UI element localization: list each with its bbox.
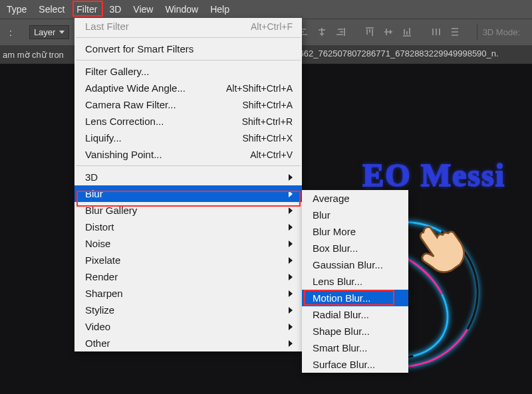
menu-help[interactable]: Help	[205, 1, 235, 17]
menuitem-label: Gaussian Blur...	[313, 259, 383, 270]
menuitem-smart-blur[interactable]: Smart Blur...	[302, 340, 408, 356]
menuitem-label: Surface Blur...	[313, 359, 375, 370]
menuitem-label: Render	[85, 271, 118, 282]
menu-3d[interactable]: 3D	[104, 1, 126, 17]
menuitem-vanishing-point[interactable]: Vanishing Point... Alt+Ctrl+V	[74, 146, 302, 163]
menuitem-label: Blur Gallery	[85, 205, 137, 216]
menuitem-last-filter[interactable]: Last Filter Alt+Ctrl+F	[74, 18, 302, 35]
distribute-group	[429, 25, 462, 39]
submenu-arrow-icon	[289, 207, 293, 214]
menu-view[interactable]: View	[128, 1, 158, 17]
menuitem-blur-gallery[interactable]: Blur Gallery	[74, 202, 302, 219]
align-bottom-icon[interactable]	[400, 25, 414, 39]
layer-dropdown[interactable]: Layer	[29, 25, 70, 39]
menu-filter[interactable]: Filter	[71, 1, 102, 17]
menuitem-label: Lens Blur...	[313, 276, 362, 287]
align-center-v-icon[interactable]	[381, 25, 396, 39]
menuitem-shortcut: Shift+Ctrl+R	[242, 116, 293, 127]
menuitem-lens-correction[interactable]: Lens Correction... Shift+Ctrl+R	[74, 113, 302, 130]
menubar: Type Select Filter 3D View Window Help	[0, 0, 532, 19]
menuitem-label: Blur	[85, 188, 103, 199]
menuitem-label: Liquify...	[85, 132, 122, 144]
align-center-h-icon[interactable]	[315, 25, 329, 39]
align-right-icon[interactable]	[333, 25, 348, 39]
menuitem-label: Box Blur...	[313, 243, 358, 254]
menuitem-blur[interactable]: Blur	[74, 185, 302, 202]
menuitem-motion-blur[interactable]: Motion Blur...	[302, 290, 408, 306]
menuitem-sharpen[interactable]: Sharpen	[74, 285, 302, 302]
submenu-arrow-icon	[289, 224, 293, 231]
menuitem-label: Adaptive Wide Angle...	[85, 82, 186, 94]
menu-window[interactable]: Window	[160, 1, 203, 17]
menuitem-label: Radial Blur...	[313, 309, 369, 320]
menuitem-box-blur[interactable]: Box Blur...	[302, 240, 408, 256]
submenu-arrow-icon	[289, 274, 293, 280]
submenu-arrow-icon	[289, 340, 293, 347]
distribute-h-icon[interactable]	[429, 25, 444, 39]
toolbar-divider	[477, 24, 477, 40]
align-group-1	[296, 25, 348, 39]
menuitem-camera-raw-filter[interactable]: Camera Raw Filter... Shift+Ctrl+A	[74, 96, 302, 113]
menuitem-lens-blur[interactable]: Lens Blur...	[302, 273, 408, 290]
submenu-arrow-icon	[289, 257, 293, 264]
menuitem-label: Other	[85, 338, 110, 349]
menuitem-noise[interactable]: Noise	[74, 235, 302, 252]
menuitem-label: Vanishing Point...	[85, 149, 162, 160]
align-group-2	[362, 25, 414, 39]
menu-type[interactable]: Type	[1, 1, 32, 17]
menu-select[interactable]: Select	[33, 1, 70, 17]
menuitem-label: Smart Blur...	[313, 342, 368, 353]
menuitem-shortcut: Shift+Ctrl+X	[243, 133, 293, 144]
chevron-down-icon	[59, 31, 65, 34]
submenu-arrow-icon	[289, 324, 293, 330]
menuitem-shape-blur[interactable]: Shape Blur...	[302, 323, 408, 340]
menuitem-3d[interactable]: 3D	[74, 169, 302, 185]
submenu-arrow-icon	[289, 174, 293, 181]
filter-dropdown: Last Filter Alt+Ctrl+F Convert for Smart…	[74, 18, 302, 351]
menuitem-surface-blur[interactable]: Surface Blur...	[302, 356, 408, 373]
menuitem-label: Convert for Smart Filters	[85, 43, 194, 54]
menuitem-shortcut: Alt+Ctrl+V	[250, 149, 293, 160]
menuitem-adaptive-wide-angle[interactable]: Adaptive Wide Angle... Alt+Shift+Ctrl+A	[74, 80, 302, 96]
submenu-arrow-icon	[289, 307, 293, 314]
menuitem-gaussian-blur[interactable]: Gaussian Blur...	[302, 256, 408, 273]
menuitem-convert-smart-filters[interactable]: Convert for Smart Filters	[74, 41, 302, 57]
menuitem-label: Motion Blur...	[313, 292, 371, 304]
menuitem-label: Last Filter	[85, 21, 129, 32]
menuitem-other[interactable]: Other	[74, 335, 302, 351]
menuitem-shortcut: Alt+Ctrl+F	[251, 21, 293, 32]
menuitem-label: Blur	[313, 209, 331, 221]
menuitem-label: Distort	[85, 221, 114, 233]
menuitem-label: Lens Correction...	[85, 116, 164, 127]
menuitem-label: Pixelate	[85, 254, 120, 266]
menuitem-label: Filter Gallery...	[85, 66, 149, 77]
align-top-icon[interactable]	[362, 25, 377, 39]
blur-submenu: Average Blur Blur More Box Blur... Gauss…	[302, 190, 408, 373]
menuitem-label: Blur More	[313, 226, 356, 237]
submenu-arrow-icon	[289, 290, 293, 297]
menu-separator	[76, 165, 301, 166]
tab-title-left[interactable]: am mờ chữ tron	[3, 50, 64, 60]
menuitem-pixelate[interactable]: Pixelate	[74, 252, 302, 268]
menuitem-blur-more[interactable]: Blur More	[302, 223, 408, 240]
3d-mode-label: 3D Mode:	[483, 27, 520, 37]
menu-separator	[76, 60, 301, 60]
tab-title-right[interactable]: /662_762507807286771_6782883229949998590…	[297, 49, 499, 58]
menuitem-average[interactable]: Average	[302, 190, 408, 207]
menuitem-blur-simple[interactable]: Blur	[302, 207, 408, 223]
menuitem-render[interactable]: Render	[74, 268, 302, 285]
menuitem-stylize[interactable]: Stylize	[74, 302, 302, 318]
toolbar-colon: :	[9, 27, 12, 38]
menuitem-label: Noise	[85, 238, 110, 249]
menuitem-video[interactable]: Video	[74, 318, 302, 335]
menuitem-shortcut: Alt+Shift+Ctrl+A	[226, 83, 293, 94]
menuitem-liquify[interactable]: Liquify... Shift+Ctrl+X	[74, 130, 302, 146]
menuitem-label: Sharpen	[85, 288, 123, 299]
menuitem-radial-blur[interactable]: Radial Blur...	[302, 306, 408, 323]
menuitem-distort[interactable]: Distort	[74, 219, 302, 235]
distribute-v-icon[interactable]	[448, 25, 462, 39]
menuitem-shortcut: Shift+Ctrl+A	[243, 100, 293, 110]
menuitem-label: Average	[313, 193, 350, 204]
submenu-arrow-icon	[289, 191, 293, 197]
menuitem-filter-gallery[interactable]: Filter Gallery...	[74, 63, 302, 80]
